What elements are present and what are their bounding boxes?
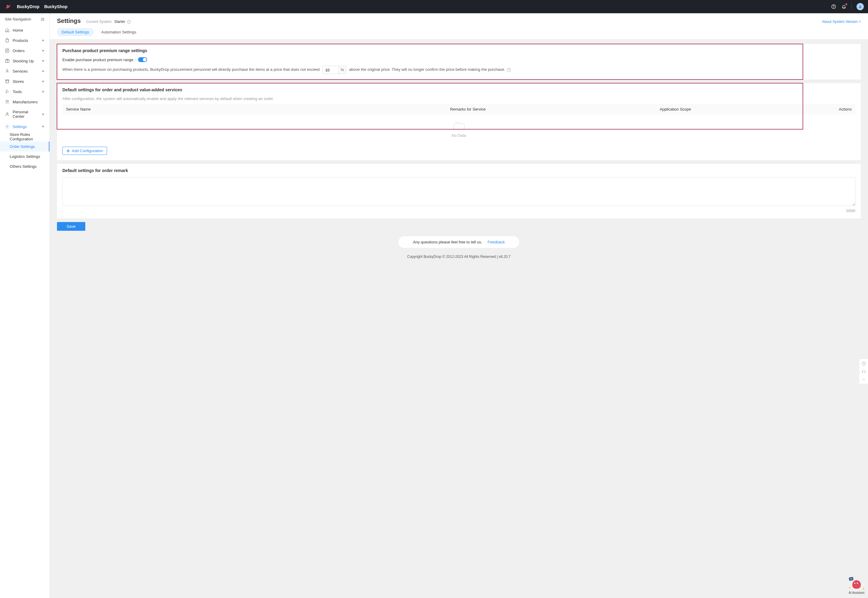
copyright: Copyright BuckyDrop © 2012-2023 All Righ… bbox=[57, 254, 861, 259]
topbar-left: BuckyDrop BuckyShop bbox=[4, 3, 67, 10]
gear-icon bbox=[5, 124, 10, 129]
bell-icon[interactable] bbox=[841, 4, 847, 9]
card-title: Default settings for order and product v… bbox=[62, 87, 855, 92]
store-icon bbox=[5, 79, 10, 84]
sidebar: Site Navigation Home Products Orders Sto… bbox=[0, 13, 50, 598]
card-value-added-services: Default settings for order and product v… bbox=[57, 83, 861, 160]
add-configuration-button[interactable]: Add Configuration bbox=[62, 147, 107, 155]
box-icon bbox=[5, 58, 10, 63]
avatar[interactable] bbox=[856, 3, 864, 10]
sidebar-sub-logistics-settings[interactable]: Logistics Settings bbox=[0, 151, 49, 161]
sidebar-item-label: Stocking Up bbox=[13, 59, 39, 63]
save-button[interactable]: Save bbox=[57, 222, 85, 231]
factory-icon bbox=[5, 99, 10, 104]
chevron-up-rail-icon[interactable] bbox=[862, 377, 866, 381]
sidebar-item-label: Stores bbox=[13, 79, 39, 84]
wrench-icon bbox=[5, 89, 10, 94]
svg-rect-12 bbox=[67, 151, 70, 151]
sidebar-item-settings[interactable]: Settings bbox=[0, 121, 49, 132]
ai-assistant-button[interactable]: Hi ✦ ✦ AI Assistant bbox=[849, 578, 864, 594]
chevron-up-icon bbox=[42, 125, 45, 128]
footer-pill: Any questions please feel free to tell u… bbox=[398, 236, 519, 248]
enable-premium-toggle[interactable] bbox=[138, 57, 147, 62]
premium-percent-input[interactable] bbox=[323, 66, 338, 74]
feedback-link[interactable]: Feedback bbox=[488, 240, 505, 244]
float-rail bbox=[859, 359, 868, 384]
sidebar-item-label: Products bbox=[13, 38, 39, 43]
table-header: Service Name Remarks for Service Applica… bbox=[62, 104, 855, 115]
sidebar-item-services[interactable]: Services bbox=[0, 66, 49, 76]
shopping-bag-icon bbox=[5, 38, 10, 43]
plus-icon bbox=[66, 149, 70, 153]
empty-state: No Data bbox=[62, 115, 855, 141]
sidebar-item-label: Personal Center bbox=[13, 110, 39, 119]
list-icon bbox=[5, 48, 10, 53]
help-icon[interactable]: ? bbox=[127, 20, 131, 24]
topbar-right bbox=[831, 3, 864, 10]
chevron-down-icon bbox=[42, 70, 45, 73]
enable-premium-label: Enable purchase product premium range : bbox=[62, 58, 136, 62]
remark-counter: 0/500 bbox=[62, 209, 855, 213]
about-system-link[interactable]: About System Version > bbox=[822, 19, 861, 24]
brand-buckyshop[interactable]: BuckyShop bbox=[44, 4, 67, 9]
sidebar-item-tools[interactable]: Tools bbox=[0, 87, 49, 97]
sidebar-item-stores[interactable]: Stores bbox=[0, 76, 49, 87]
chevron-down-icon bbox=[42, 39, 45, 42]
sidebar-item-label: Settings bbox=[13, 124, 39, 129]
sidebar-item-personal-center[interactable]: Personal Center bbox=[0, 107, 49, 121]
remark-textarea[interactable] bbox=[62, 177, 855, 206]
sidebar-sub-store-rules[interactable]: Store Rules Configuration bbox=[0, 132, 49, 142]
sidebar-header: Site Navigation bbox=[0, 13, 49, 25]
card-order-remark: Default settings for order remark 0/500 bbox=[57, 164, 861, 218]
page-title: Settings bbox=[57, 18, 81, 24]
topbar-divider bbox=[852, 4, 852, 9]
svg-rect-15 bbox=[862, 372, 863, 373]
premium-sentence: When there is a premium on purchasing pr… bbox=[62, 66, 855, 74]
footer-question: Any questions please feel free to tell u… bbox=[413, 240, 482, 244]
card-premium-range: Purchase product premium range settings … bbox=[57, 44, 861, 79]
content: Settings Current System: Starter ? About… bbox=[50, 13, 868, 598]
tab-default-settings[interactable]: Default Settings bbox=[57, 28, 94, 36]
col-service-name: Service Name bbox=[66, 107, 450, 111]
person-icon bbox=[5, 112, 10, 117]
col-remarks: Remarks for Service bbox=[450, 107, 660, 111]
help-rail-icon[interactable] bbox=[862, 362, 866, 366]
svg-point-14 bbox=[864, 365, 864, 365]
sidebar-item-label: Tools bbox=[13, 90, 39, 94]
sidebar-item-stocking-up[interactable]: Stocking Up bbox=[0, 56, 49, 66]
svg-point-9 bbox=[6, 113, 8, 114]
sidebar-sub-others-settings[interactable]: Others Settings bbox=[0, 161, 49, 171]
col-scope: Application Scope bbox=[660, 107, 799, 111]
card-title: Purchase product premium range settings bbox=[62, 48, 855, 53]
sidebar-item-home[interactable]: Home bbox=[0, 25, 49, 35]
headset-rail-icon[interactable] bbox=[862, 369, 866, 374]
card-title: Default settings for order remark bbox=[62, 168, 855, 173]
sidebar-item-orders[interactable]: Orders bbox=[0, 45, 49, 56]
page-header: Settings Current System: Starter ? About… bbox=[50, 13, 868, 39]
collapse-icon[interactable] bbox=[40, 17, 45, 21]
site-navigation-label: Site Navigation bbox=[5, 17, 31, 21]
premium-input-group: % bbox=[322, 66, 346, 74]
sidebar-sub-order-settings[interactable]: Order Settings bbox=[0, 142, 49, 151]
assistant-label: AI Assistant bbox=[849, 591, 864, 594]
svg-point-0 bbox=[7, 5, 7, 6]
empty-icon bbox=[453, 124, 464, 131]
home-icon bbox=[5, 28, 10, 33]
svg-point-2 bbox=[834, 7, 834, 8]
sidebar-item-products[interactable]: Products bbox=[0, 35, 49, 45]
empty-text: No Data bbox=[62, 133, 855, 138]
help-icon[interactable] bbox=[831, 4, 837, 9]
notification-dot bbox=[846, 3, 847, 5]
svg-point-8 bbox=[7, 100, 9, 102]
tab-automation-settings[interactable]: Automation Settings bbox=[97, 28, 141, 36]
topbar: BuckyDrop BuckyShop bbox=[0, 0, 868, 13]
percent-suffix: % bbox=[338, 66, 346, 74]
svg-point-3 bbox=[859, 5, 861, 7]
assistant-mascot-icon: Hi ✦ ✦ bbox=[850, 578, 863, 591]
brand-buckydrop[interactable]: BuckyDrop bbox=[17, 4, 39, 9]
current-system: Current System: Starter ? bbox=[86, 19, 131, 24]
sidebar-item-manufacturers[interactable]: Manufacturers bbox=[0, 97, 49, 107]
svg-point-10 bbox=[7, 126, 8, 127]
sidebar-item-label: Home bbox=[13, 28, 45, 33]
help-icon[interactable]: ? bbox=[507, 68, 511, 72]
